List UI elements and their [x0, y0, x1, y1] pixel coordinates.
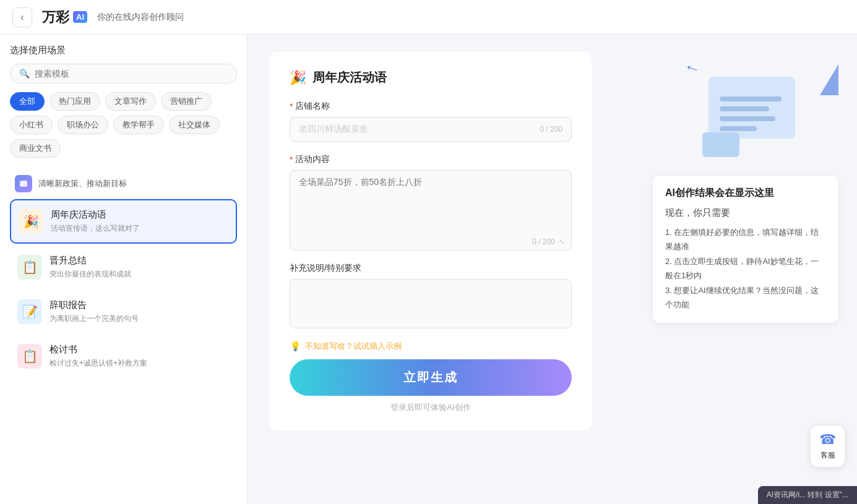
review-title: 检讨书 — [50, 344, 230, 356]
ai-hint-title: AI创作结果会在显示这里 — [665, 187, 826, 200]
review-desc: 检讨过失+诚恩认错+补救方案 — [50, 358, 230, 369]
resignation-title: 辞职报告 — [50, 299, 230, 311]
svg-rect-2 — [21, 184, 24, 186]
ai-hint-list: 1. 在左侧填好必要的信息，填写越详细，结果越准 2. 点击立即生成按钮，静待A… — [665, 225, 826, 312]
resignation-content: 辞职报告 为离职画上一个完美的句号 — [50, 299, 230, 324]
review-icon: 📋 — [17, 344, 42, 369]
sidebar-title: 选择使用场景 — [10, 45, 237, 56]
promotion-icon: 📋 — [17, 255, 42, 280]
supplement-area[interactable] — [290, 279, 572, 328]
tag-marketing[interactable]: 营销推广 — [161, 92, 212, 111]
tag-all[interactable]: 全部 — [10, 92, 45, 111]
shop-name-input-row[interactable]: 老四川鲜汤酸菜鱼 0 / 200 — [290, 117, 572, 142]
shop-name-counter: 0 / 200 — [540, 125, 562, 134]
header: ‹ 万彩 AI 你的在线内容创作顾问 — [0, 0, 857, 35]
sidebar-item-anniversary[interactable]: 🎉 周年庆活动语 活动宣传语，这么写就对了 — [10, 199, 237, 244]
textarea-footer: 0 / 200 ⤡ — [290, 235, 571, 250]
activity-textarea[interactable] — [290, 171, 571, 233]
sidebar-item-promotion[interactable]: 📋 晋升总结 突出你最佳的表现和成就 — [10, 246, 237, 288]
ill-line-3 — [720, 116, 775, 121]
activity-counter: 0 / 200 — [532, 237, 555, 246]
ai-hint-subtitle: 现在，你只需要 — [665, 207, 826, 219]
tag-social[interactable]: 社交媒体 — [169, 116, 220, 134]
resignation-desc: 为离职画上一个完美的句号 — [50, 314, 230, 324]
logo-ai-badge: AI — [73, 11, 87, 23]
activity-textarea-wrap: 0 / 200 ⤡ — [290, 170, 572, 250]
supplement-group: 补充说明/特别要求 — [290, 263, 572, 328]
activity-required: * — [290, 155, 293, 164]
policy-item[interactable]: 清晰新政策、推动新目标 — [10, 169, 237, 199]
customer-service[interactable]: ☎ 客服 — [811, 425, 845, 467]
tag-office[interactable]: 职场办公 — [58, 116, 108, 134]
shop-name-label-text: 店铺名称 — [295, 101, 330, 112]
sidebar-item-resignation[interactable]: 📝 辞职报告 为离职画上一个完美的句号 — [10, 291, 237, 333]
back-button[interactable]: ‹ — [12, 7, 32, 27]
customer-service-icon: ☎ — [819, 432, 836, 448]
supplement-label: 补充说明/特别要求 — [290, 263, 572, 274]
shop-name-required: * — [290, 101, 293, 111]
form-title: 周年庆活动语 — [312, 69, 387, 86]
shop-name-group: * 店铺名称 老四川鲜汤酸菜鱼 0 / 200 — [290, 101, 572, 142]
search-box[interactable]: 🔍 — [10, 64, 237, 83]
example-hint[interactable]: 💡 不知道写啥？试试插入示例 — [290, 341, 572, 352]
ill-card-main — [708, 77, 795, 139]
tag-business[interactable]: 商业文书 — [10, 139, 61, 158]
sidebar-item-review[interactable]: 📋 检讨书 检讨过失+诚恩认错+补救方案 — [10, 335, 237, 377]
form-card: 🎉 周年庆活动语 * 店铺名称 老四川鲜汤酸菜鱼 0 / 200 * 活动内容 — [270, 52, 592, 430]
ill-line-2 — [720, 106, 769, 111]
bottom-bar: AI资讯网/i... 转到 设置"... — [758, 486, 857, 504]
hint-text: 不知道写啥？试试插入示例 — [305, 341, 402, 352]
activity-content-group: * 活动内容 0 / 200 ⤡ — [290, 154, 572, 250]
ai-hint-step-2-text: 2. 点击立即生成按钮，静待AI妙笔生花，一般在1秒内 — [665, 254, 826, 283]
ai-hint-step-1-text: 1. 在左侧填好必要的信息，填写越详细，结果越准 — [665, 225, 826, 254]
ill-line-4 — [720, 126, 757, 131]
promotion-desc: 突出你最佳的表现和成就 — [50, 269, 230, 280]
bottom-bar-text: AI资讯网/i... 转到 设置"... — [767, 490, 848, 499]
header-subtitle: 你的在线内容创作顾问 — [97, 12, 184, 23]
tag-article[interactable]: 文章写作 — [105, 92, 156, 111]
sidebar-list: 清晰新政策、推动新目标 🎉 周年庆活动语 活动宣传语，这么写就对了 📋 晋升总结… — [10, 169, 237, 380]
anniversary-content: 周年庆活动语 活动宣传语，这么写就对了 — [51, 209, 228, 234]
form-title-icon: 🎉 — [290, 70, 306, 86]
promotion-title: 晋升总结 — [50, 255, 230, 267]
search-icon: 🔍 — [19, 69, 30, 79]
anniversary-icon: 🎉 — [19, 209, 43, 234]
anniversary-title: 周年庆活动语 — [51, 209, 228, 221]
svg-rect-0 — [20, 181, 27, 187]
policy-icon — [15, 175, 32, 192]
ill-small-card — [702, 132, 739, 157]
shop-name-label: * 店铺名称 — [290, 101, 572, 112]
back-icon: ‹ — [20, 12, 24, 23]
shop-name-placeholder: 老四川鲜汤酸菜鱼 — [299, 124, 368, 135]
search-input[interactable] — [35, 69, 228, 79]
tag-xiaohongshu[interactable]: 小红书 — [10, 116, 53, 134]
ill-triangle — [820, 64, 838, 95]
review-content: 检讨书 检讨过失+诚恩认错+补救方案 — [50, 344, 230, 369]
ai-hint-title-text: AI创作结果会在显示这里 — [665, 187, 774, 200]
supplement-label-text: 补充说明/特别要求 — [290, 263, 361, 274]
logo: 万彩 AI — [42, 8, 87, 27]
login-hint: 登录后即可体验AI创作 — [290, 402, 572, 413]
svg-rect-1 — [21, 182, 26, 184]
tag-education[interactable]: 教学帮手 — [113, 116, 164, 134]
main-content: 🎉 周年庆活动语 * 店铺名称 老四川鲜汤酸菜鱼 0 / 200 * 活动内容 — [248, 35, 634, 504]
activity-label-text: 活动内容 — [295, 154, 330, 165]
tags-row: 全部 热门应用 文章写作 营销推广 小红书 职场办公 教学帮手 社交媒体 商业文… — [10, 92, 237, 158]
tag-popular[interactable]: 热门应用 — [50, 92, 100, 111]
sidebar: 选择使用场景 🔍 全部 热门应用 文章写作 营销推广 小红书 职场办公 教学帮手… — [0, 35, 248, 504]
illustration: ← — [702, 64, 826, 163]
ill-lines — [720, 96, 782, 131]
promotion-content: 晋升总结 突出你最佳的表现和成就 — [50, 255, 230, 280]
ai-hint-step-3: 3. 想要让AI继续优化结果？当然没问题，这个功能 — [665, 283, 826, 312]
ai-hint-box: AI创作结果会在显示这里 现在，你只需要 1. 在左侧填好必要的信息，填写越详细… — [653, 176, 838, 323]
ai-hint-step-2: 2. 点击立即生成按钮，静待AI妙笔生花，一般在1秒内 — [665, 254, 826, 283]
form-header: 🎉 周年庆活动语 — [290, 69, 572, 86]
ai-hint-step-3-text: 3. 想要让AI继续优化结果？当然没问题，这个功能 — [665, 283, 826, 312]
anniversary-desc: 活动宣传语，这么写就对了 — [51, 223, 228, 234]
arrow-decoration: ← — [681, 56, 704, 80]
resignation-icon: 📝 — [17, 299, 42, 324]
ai-hint-step-1: 1. 在左侧填好必要的信息，填写越详细，结果越准 — [665, 225, 826, 254]
ill-line-1 — [720, 96, 782, 101]
hint-icon: 💡 — [290, 341, 301, 352]
generate-button[interactable]: 立即生成 — [290, 359, 572, 396]
